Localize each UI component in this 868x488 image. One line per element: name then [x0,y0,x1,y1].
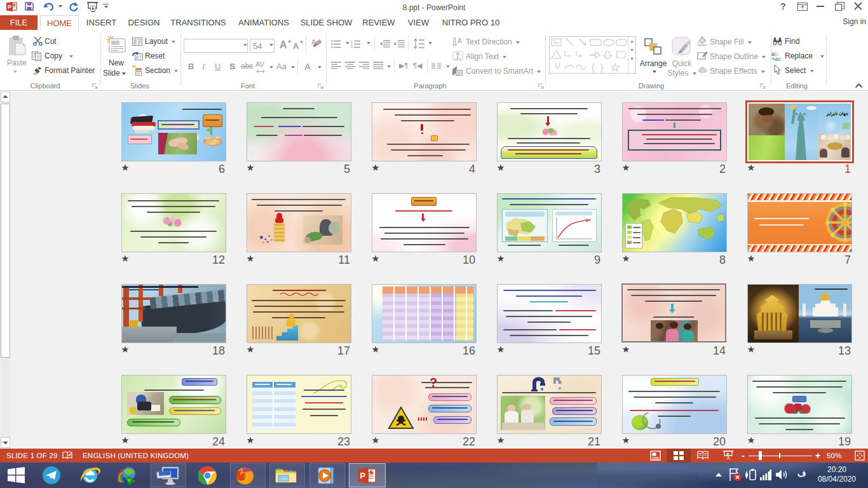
svg-text:3: 3 [351,45,353,48]
svg-text:P: P [8,4,11,10]
svg-text:P: P [360,471,366,480]
svg-text:ac: ac [775,56,782,62]
svg-text:}: } [600,62,604,72]
svg-text:A: A [458,37,462,44]
svg-text:{: { [592,62,595,72]
svg-text:a: a [771,51,775,57]
